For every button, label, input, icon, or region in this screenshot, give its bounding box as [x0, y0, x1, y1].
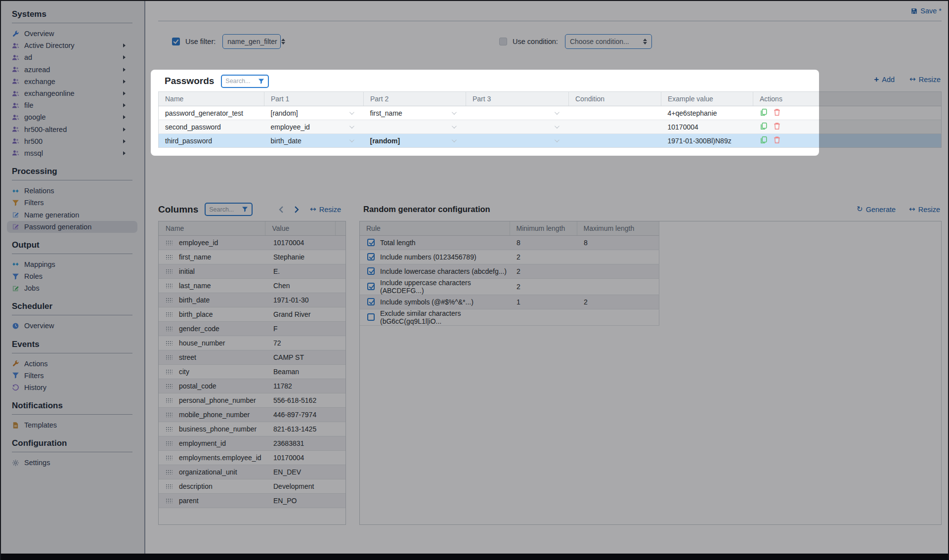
passwords-search-input[interactable] [225, 78, 256, 85]
sidebar-item-name-generation[interactable]: Name generation [12, 209, 132, 220]
password-part1-dropdown[interactable]: employee_id [264, 120, 364, 134]
rule-checkbox[interactable] [367, 239, 375, 246]
sidebar-item-filters[interactable]: Filters [12, 197, 132, 209]
sidebar-item-actions[interactable]: Actions [12, 358, 132, 370]
previous-page-button[interactable] [278, 206, 284, 213]
delete-button[interactable] [773, 122, 781, 130]
drag-handle[interactable] [166, 240, 173, 245]
drag-handle[interactable] [166, 326, 173, 331]
rule-checkbox[interactable] [367, 267, 375, 275]
rule-max-length[interactable] [577, 309, 659, 325]
copy-button[interactable] [760, 122, 768, 130]
use-condition-checkbox[interactable] [499, 38, 507, 45]
rule-row[interactable]: Include symbols (@#$%^&*...)12 [360, 295, 659, 309]
password-part3-dropdown[interactable] [466, 120, 569, 134]
column-row[interactable]: postal_code11782 [159, 379, 345, 393]
password-condition[interactable] [569, 106, 661, 120]
resize-button[interactable]: ↔ Resize [909, 75, 941, 84]
sidebar-item-exchange[interactable]: exchange [12, 76, 132, 87]
sidebar-item-filters[interactable]: Filters [12, 370, 132, 382]
next-page-button[interactable] [294, 206, 300, 213]
drag-handle[interactable] [166, 369, 173, 374]
rule-row[interactable]: Include numbers (0123456789)2 [360, 250, 659, 264]
column-row[interactable]: mobile_phone_number446-897-7974 [159, 407, 345, 422]
rule-row[interactable]: Include lowercase characters (abcdefg...… [360, 264, 659, 278]
column-row[interactable]: employments.employee_id10170004 [159, 450, 345, 465]
sidebar-item-ad[interactable]: ad [12, 51, 132, 63]
column-row[interactable]: employment_id23683831 [159, 436, 345, 450]
sidebar-item-overview[interactable]: Overview [12, 28, 132, 40]
add-button[interactable]: + Add [874, 75, 895, 84]
rule-max-length[interactable] [577, 264, 659, 278]
rule-min-length[interactable]: 1 [510, 295, 577, 309]
drag-handle[interactable] [166, 484, 173, 489]
sidebar-item-relations[interactable]: Relations [12, 185, 132, 197]
sidebar-item-active-directory[interactable]: Active Directory [12, 40, 132, 51]
rule-checkbox[interactable] [367, 313, 375, 321]
column-row[interactable]: birth_placeGrand River [159, 307, 345, 321]
rule-row[interactable]: Include uppercase characters (ABCDEFG...… [360, 278, 659, 295]
rule-min-length[interactable]: 2 [510, 278, 577, 295]
drag-handle[interactable] [166, 283, 173, 288]
sidebar-item-mappings[interactable]: Mappings [12, 258, 132, 270]
column-row[interactable]: last_nameChen [159, 278, 345, 293]
drag-handle[interactable] [166, 398, 173, 403]
password-row[interactable]: second_passwordemployee_id10170004 [159, 120, 942, 134]
column-row[interactable]: birth_date1971-01-30 [159, 293, 345, 307]
delete-button[interactable] [773, 136, 781, 144]
rule-max-length[interactable] [577, 250, 659, 264]
sidebar-item-overview[interactable]: Overview [12, 320, 132, 332]
sidebar-item-password-generation[interactable]: Password generation [7, 221, 137, 233]
sidebar-item-templates[interactable]: Templates [12, 419, 132, 431]
drag-handle[interactable] [166, 355, 173, 360]
column-row[interactable]: cityBeaman [159, 364, 345, 379]
drag-handle[interactable] [166, 470, 173, 474]
rule-min-length[interactable]: 2 [510, 264, 577, 278]
columns-search-input[interactable] [209, 206, 240, 213]
copy-button[interactable] [760, 108, 768, 116]
drag-handle[interactable] [166, 498, 173, 503]
password-part3-dropdown[interactable] [466, 134, 569, 148]
sidebar-item-jobs[interactable]: Jobs [12, 282, 132, 294]
columns-resize-button[interactable]: ↔ Resize [310, 206, 341, 214]
rule-checkbox[interactable] [367, 298, 375, 305]
column-row[interactable]: parentEN_PO [159, 493, 345, 508]
rule-checkbox[interactable] [367, 283, 375, 290]
delete-button[interactable] [773, 108, 781, 116]
copy-button[interactable] [760, 136, 768, 144]
save-button[interactable]: Save * [911, 7, 942, 15]
password-part2-dropdown[interactable]: [random] [364, 134, 466, 148]
column-row[interactable]: streetCAMP ST [159, 350, 345, 364]
column-row[interactable]: employee_id10170004 [159, 235, 345, 250]
sidebar-item-azuread[interactable]: azuread [12, 64, 132, 76]
sidebar-item-roles[interactable]: Roles [12, 270, 132, 282]
drag-handle[interactable] [166, 427, 173, 431]
sidebar-item-history[interactable]: History [12, 382, 132, 393]
drag-handle[interactable] [166, 312, 173, 317]
drag-handle[interactable] [166, 384, 173, 388]
drag-handle[interactable] [166, 412, 173, 417]
sidebar-item-file[interactable]: file [12, 99, 132, 111]
password-part2-dropdown[interactable] [364, 120, 466, 134]
password-part3-dropdown[interactable] [466, 106, 569, 120]
column-row[interactable]: descriptionDevelopment [159, 479, 345, 493]
rule-checkbox[interactable] [367, 253, 375, 260]
sidebar-item-exchangeonline[interactable]: exchangeonline [12, 87, 132, 99]
column-row[interactable]: gender_codeF [159, 321, 345, 336]
password-part1-dropdown[interactable]: birth_date [264, 134, 364, 148]
rule-row[interactable]: Total length88 [360, 235, 659, 250]
rule-max-length[interactable] [577, 278, 659, 295]
filter-select[interactable]: name_gen_filter [222, 34, 281, 49]
drag-handle[interactable] [166, 298, 173, 302]
condition-select[interactable]: Choose condition... [565, 34, 652, 49]
sidebar-item-hr500[interactable]: hr500 [12, 135, 132, 147]
drag-handle[interactable] [166, 341, 173, 345]
rule-min-length[interactable] [510, 309, 577, 325]
column-row[interactable]: house_number72 [159, 336, 345, 350]
rule-min-length[interactable]: 8 [510, 235, 577, 250]
password-row[interactable]: password_generator_test[random]first_nam… [159, 106, 942, 120]
password-condition[interactable] [569, 120, 661, 134]
sidebar-item-settings[interactable]: Settings [12, 457, 132, 469]
column-row[interactable]: initialE. [159, 264, 345, 278]
generate-button[interactable]: ↻ Generate [857, 206, 896, 214]
